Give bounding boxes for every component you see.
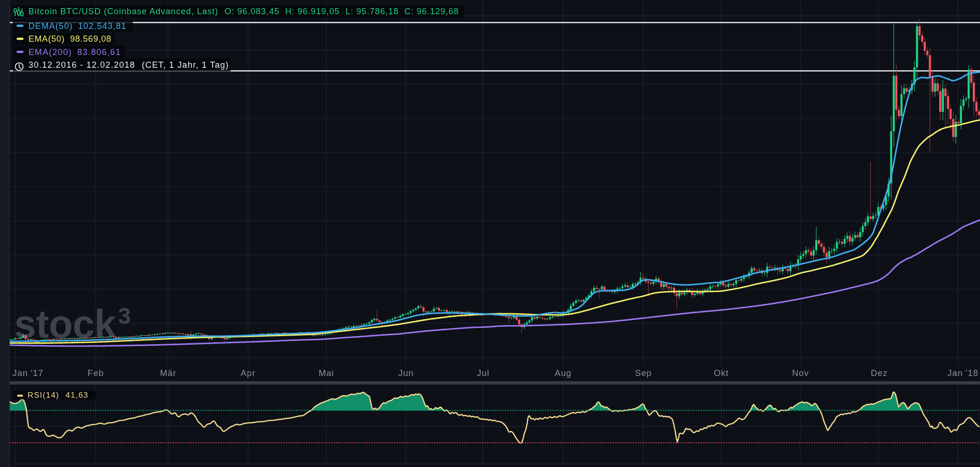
- svg-text:Aug: Aug: [555, 368, 572, 378]
- svg-text:Mär: Mär: [160, 368, 176, 378]
- svg-text:Sep: Sep: [635, 368, 652, 378]
- svg-text:Feb: Feb: [88, 368, 104, 378]
- svg-text:Apr: Apr: [240, 368, 256, 378]
- svg-text:30.12.2016 - 12.02.2018(CET, 1: 30.12.2016 - 12.02.2018(CET, 1 Jahr, 1 T…: [28, 60, 229, 70]
- svg-text:Jul: Jul: [477, 368, 489, 378]
- svg-text:RSI(14)41,63: RSI(14)41,63: [28, 391, 89, 400]
- svg-text:Jan '18: Jan '18: [947, 368, 978, 378]
- svg-text:EMA(50)98.569,08: EMA(50)98.569,08: [28, 34, 111, 44]
- svg-text:3: 3: [118, 303, 131, 329]
- svg-text:Nov: Nov: [792, 368, 809, 378]
- svg-text:Mai: Mai: [319, 368, 334, 378]
- svg-text:Dez: Dez: [871, 368, 888, 378]
- svg-text:Jan '17: Jan '17: [12, 368, 43, 378]
- svg-text:Bitcoin BTC/USD (Coinbase Adva: Bitcoin BTC/USD (Coinbase Advanced, Last…: [28, 7, 459, 16]
- svg-text:Jun: Jun: [398, 368, 414, 378]
- svg-text:Okt: Okt: [714, 368, 729, 378]
